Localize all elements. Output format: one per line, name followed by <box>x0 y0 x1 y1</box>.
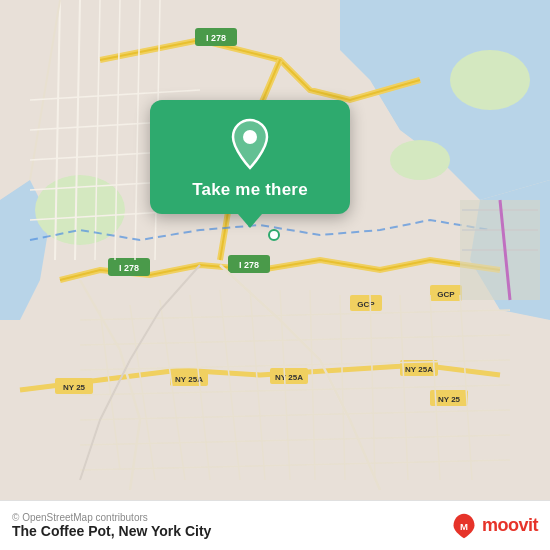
map-container: I 278 I 278 I 278 I 278 NY 25 NY 25A NY … <box>0 0 550 500</box>
location-name: The Coffee Pot, New York City <box>12 523 211 539</box>
svg-text:GCP: GCP <box>357 300 375 309</box>
svg-text:NY 25: NY 25 <box>63 383 86 392</box>
svg-text:NY 25A: NY 25A <box>275 373 303 382</box>
bottom-bar-info: © OpenStreetMap contributors The Coffee … <box>12 512 211 539</box>
take-me-there-popup[interactable]: Take me there <box>150 100 350 214</box>
svg-point-3 <box>390 140 450 180</box>
svg-point-63 <box>269 230 279 240</box>
take-me-there-button[interactable]: Take me there <box>192 180 308 200</box>
svg-text:NY 25A: NY 25A <box>405 365 433 374</box>
moovit-icon: M <box>450 512 478 540</box>
svg-text:I 278: I 278 <box>206 33 226 43</box>
svg-point-1 <box>450 50 530 110</box>
bottom-bar: © OpenStreetMap contributors The Coffee … <box>0 500 550 550</box>
svg-point-64 <box>243 130 257 144</box>
moovit-label: moovit <box>482 515 538 536</box>
svg-text:GCP: GCP <box>437 290 455 299</box>
map-attribution: © OpenStreetMap contributors <box>12 512 211 523</box>
location-pin-icon <box>224 118 276 170</box>
svg-text:NY 25: NY 25 <box>438 395 461 404</box>
svg-text:M: M <box>460 520 468 531</box>
svg-text:I 278: I 278 <box>239 260 259 270</box>
moovit-logo: M moovit <box>450 512 538 540</box>
map-background: I 278 I 278 I 278 I 278 NY 25 NY 25A NY … <box>0 0 550 500</box>
svg-text:I 278: I 278 <box>119 263 139 273</box>
